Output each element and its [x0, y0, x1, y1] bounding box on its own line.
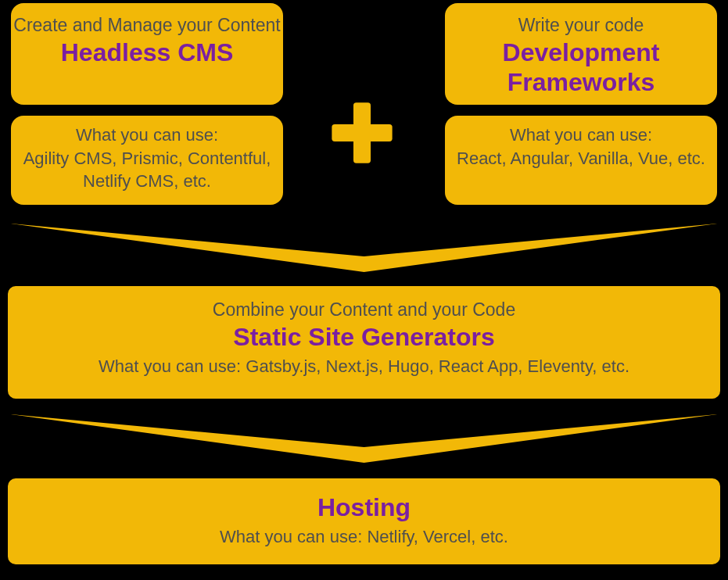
svg-marker-5 — [11, 414, 717, 447]
cms-usage-label: What you can use: — [11, 124, 283, 147]
ssg-title: Static Site Generators — [8, 322, 720, 352]
hosting-box: Hosting What you can use: Netlify, Verce… — [8, 478, 720, 564]
ssg-usage: What you can use: Gatsby.js, Next.js, Hu… — [8, 355, 720, 378]
hosting-usage: What you can use: Netlify, Vercel, etc. — [8, 525, 720, 549]
cms-usage-list: Agility CMS, Prismic, Contentful, Netlif… — [11, 147, 283, 193]
cms-header-box: Create and Manage your Content Headless … — [11, 3, 283, 105]
down-arrow-icon — [11, 414, 717, 463]
svg-rect-1 — [332, 124, 392, 141]
cms-subtitle: Create and Manage your Content — [11, 14, 283, 38]
ssg-box: Combine your Content and your Code Stati… — [8, 286, 720, 399]
svg-marker-3 — [11, 224, 717, 256]
dev-usage-list: React, Angular, Vanilla, Vue, etc. — [445, 147, 717, 170]
dev-subtitle: Write your code — [445, 14, 717, 38]
ssg-subtitle: Combine your Content and your Code — [8, 299, 720, 322]
down-arrow-icon — [11, 224, 717, 272]
dev-usage-box: What you can use: React, Angular, Vanill… — [445, 116, 717, 205]
dev-usage-label: What you can use: — [445, 124, 717, 147]
cms-title: Headless CMS — [11, 38, 283, 67]
hosting-title: Hosting — [8, 492, 720, 522]
cms-usage-box: What you can use: Agility CMS, Prismic, … — [11, 116, 283, 205]
plus-icon — [326, 97, 398, 169]
dev-title: Development Frameworks — [445, 38, 717, 98]
dev-header-box: Write your code Development Frameworks — [445, 3, 717, 105]
